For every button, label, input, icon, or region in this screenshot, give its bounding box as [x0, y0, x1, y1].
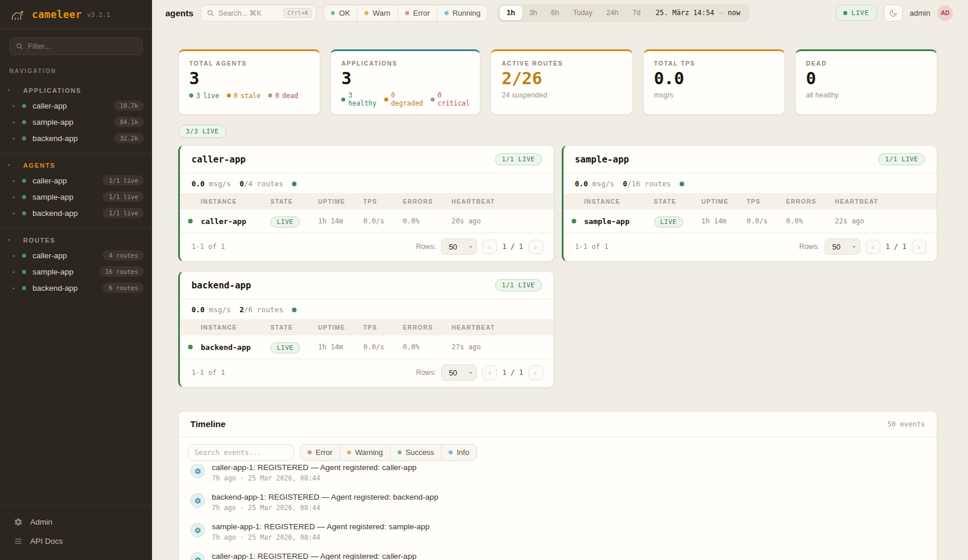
sidebar-item[interactable]: ▸ backend-app 1/1 live — [0, 205, 152, 221]
event-icon-circle — [190, 493, 205, 508]
sidebar-item-admin[interactable]: Admin — [0, 512, 152, 532]
event-icon-circle — [190, 464, 205, 478]
stat-breakdown-item: 3live — [189, 92, 219, 100]
apps-grid: caller-app 1/1 LIVE 0.0 msg/s 0/4 routes… — [178, 145, 937, 388]
sidebar-item-badge: 16 routes — [99, 266, 144, 277]
timeline-filter-button[interactable]: Success — [390, 445, 441, 460]
global-search[interactable]: Search... ⌘K Ctrl+K — [200, 5, 316, 21]
row-range-label: 1-1 of 1 — [575, 243, 609, 251]
sidebar-item[interactable]: ▸ caller-app 10.7k — [0, 97, 152, 114]
sidebar-section-header[interactable]: ▾ APPLICATIONS — [0, 84, 152, 97]
sidebar-item-label: caller-app — [32, 102, 109, 110]
sidebar-item-label: backend-app — [32, 209, 98, 218]
status-dot — [22, 136, 26, 140]
prev-page-button[interactable]: ‹ — [482, 240, 497, 254]
table-row[interactable]: sample-app LIVE 1h 14m 0.0/s 0.0% 22s ag… — [564, 209, 937, 233]
camel-logo-icon — [9, 8, 27, 21]
app-tps-value: 0.0 — [192, 305, 205, 314]
timeline-event[interactable]: caller-app-1: REGISTERED — Agent registe… — [188, 547, 927, 560]
stat-subtext: 24 suspended — [501, 91, 622, 99]
app-card: sample-app 1/1 LIVE 0.0 msg/s 0/16 route… — [562, 145, 938, 262]
overall-live-badge: 3/3 LIVE — [178, 125, 226, 138]
app-tps-unit: msg/s — [593, 179, 615, 188]
sidebar-filter-input[interactable] — [28, 42, 136, 50]
status-filter-button[interactable]: OK — [324, 5, 357, 21]
stat-breakdown-item: 0critical — [431, 92, 469, 108]
sidebar-section-header[interactable]: ▾ ROUTES — [0, 233, 152, 247]
column-header: STATE — [270, 198, 318, 205]
table-footer: 1-1 of 1 Rows: 50 ▾ ‹ 1 / 1 › — [564, 233, 937, 261]
sidebar-item-badge: 1/1 live — [103, 208, 144, 218]
app-version: v3.2.1 — [87, 11, 110, 19]
status-dot — [22, 211, 26, 215]
column-header: TPS — [363, 198, 403, 205]
nav-section-label: NAVIGATION — [9, 68, 143, 74]
sidebar-item[interactable]: ▸ backend-app 6 routes — [0, 280, 152, 296]
timeline-event[interactable]: backend-app-1: REGISTERED — Agent regist… — [188, 487, 927, 517]
prev-page-button[interactable]: ‹ — [482, 366, 497, 380]
time-range-button[interactable]: 6h — [544, 6, 566, 20]
status-filter-button[interactable]: Running — [437, 5, 487, 21]
stats-row: TOTAL AGENTS 3 3live — [178, 49, 937, 115]
status-filter-button[interactable]: Error — [398, 5, 437, 21]
app-tps-unit: msg/s — [209, 179, 231, 188]
rows-per-page-select[interactable]: 50 ▾ — [825, 239, 861, 255]
table-header: INSTANCESTATEUPTIMETPSERRORSHEARTBEAT — [564, 193, 937, 209]
status-dot — [22, 254, 26, 258]
timeline-filter-label: Warning — [355, 448, 383, 457]
column-header: STATE — [654, 198, 702, 205]
table-row[interactable]: backend-app LIVE 1h 14m 0.0/s 0.0% 27s a… — [180, 335, 554, 359]
stat-value: 3 — [189, 70, 309, 88]
stat-card: TOTAL AGENTS 3 3live — [178, 49, 320, 115]
timeline-filter-button[interactable]: Error — [301, 445, 339, 460]
time-range-button[interactable]: 3h — [522, 6, 544, 20]
sidebar-item-api-docs[interactable]: API Docs — [0, 532, 152, 551]
timeline-filter-button[interactable]: Warning — [339, 445, 390, 460]
sidebar-section-label: ROUTES — [23, 237, 55, 244]
sidebar-item[interactable]: ▸ caller-app 1/1 live — [0, 172, 152, 189]
instance-status-dot — [188, 345, 193, 349]
table-footer: 1-1 of 1 Rows: 50 ▾ ‹ 1 / 1 › — [180, 233, 554, 261]
table-row[interactable]: caller-app LIVE 1h 14m 0.0/s 0.0% 20s ag… — [180, 209, 554, 233]
instance-state-badge: LIVE — [270, 216, 300, 227]
status-dot — [405, 11, 409, 15]
theme-toggle-button[interactable] — [884, 5, 903, 21]
status-dot — [341, 97, 345, 102]
status-dot — [268, 93, 272, 97]
avatar[interactable]: AD — [937, 5, 953, 21]
next-page-button[interactable]: › — [912, 240, 926, 254]
status-filter-button[interactable]: Warn — [357, 5, 398, 21]
sidebar-item[interactable]: ▸ sample-app 84.1k — [0, 114, 152, 130]
time-range-button[interactable]: 1h — [500, 6, 522, 20]
rows-per-page-select[interactable]: 50 ▾ — [441, 239, 477, 255]
status-filter-label: Error — [413, 9, 430, 17]
timeline-search-input[interactable] — [194, 449, 287, 457]
time-range-button[interactable]: 24h — [599, 6, 626, 20]
timeline-filter-button[interactable]: Info — [441, 445, 476, 460]
sidebar: cameleer v3.2.1 NAVIGATION ▾ APPLICATION… — [0, 0, 152, 560]
chevron-down-icon: ▾ — [469, 370, 472, 375]
time-range-display[interactable]: 25. März 14:54 — now — [648, 9, 747, 17]
prev-page-button[interactable]: ‹ — [866, 240, 880, 254]
instance-tps: 0.0/s — [363, 217, 403, 225]
status-dot — [22, 286, 26, 290]
time-range-button[interactable]: 7d — [626, 6, 648, 20]
next-page-button[interactable]: › — [529, 240, 543, 254]
stat-subtext: msg/s — [654, 91, 774, 99]
column-header: ERRORS — [403, 324, 452, 331]
time-range-button[interactable]: Today — [566, 6, 599, 20]
search-placeholder: Search... ⌘K — [218, 9, 279, 17]
search-icon — [207, 9, 214, 17]
app-stats: 0.0 msg/s 0/16 routes — [564, 174, 937, 193]
timeline-title: Timeline — [190, 419, 226, 429]
timeline-event[interactable]: caller-app-1: REGISTERED — Agent registe… — [188, 464, 927, 487]
timeline-event[interactable]: sample-app-1: REGISTERED — Agent registe… — [188, 517, 927, 547]
sidebar-item[interactable]: ▸ backend-app 32.2k — [0, 130, 152, 146]
sidebar-item[interactable]: ▸ caller-app 4 routes — [0, 247, 152, 263]
timeline-events-list[interactable]: caller-app-1: REGISTERED — Agent registe… — [188, 464, 927, 560]
rows-per-page-select[interactable]: 50 ▾ — [441, 364, 477, 381]
sidebar-item[interactable]: ▸ sample-app 1/1 live — [0, 189, 152, 205]
sidebar-section-header[interactable]: ▾ AGENTS — [0, 158, 152, 172]
sidebar-item[interactable]: ▸ sample-app 16 routes — [0, 263, 152, 280]
next-page-button[interactable]: › — [529, 366, 543, 380]
